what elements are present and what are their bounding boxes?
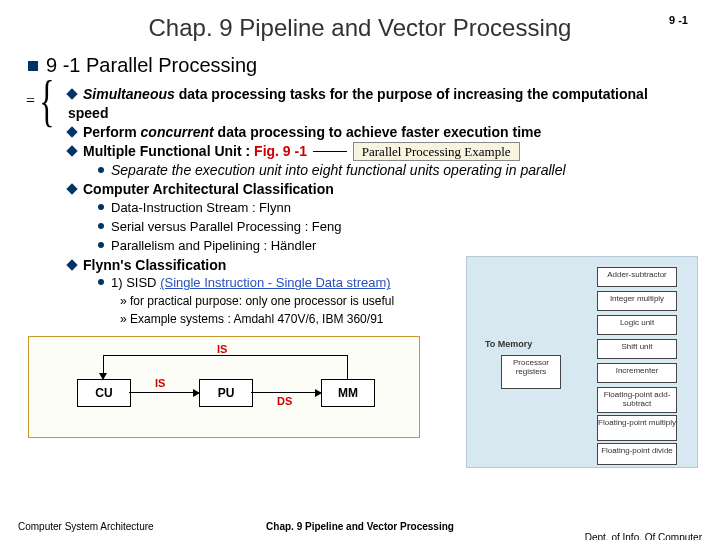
equals-brace: ={ [26, 84, 61, 119]
diamond-bullet-icon [66, 145, 77, 156]
sub-bullet-text: Parallelism and Pipelining : Händler [111, 238, 316, 253]
figure-ref: Fig. 9 -1 [254, 143, 307, 159]
em-word: concurrent [141, 124, 214, 140]
subsub-text: Example systems : Amdahl 470V/6, IBM 360… [130, 312, 383, 326]
bullet-text: Perform [83, 124, 141, 140]
bullet-text: data processing to achieve faster execut… [214, 124, 542, 140]
arrow-cu-pu [129, 392, 199, 393]
box-cu: CU [77, 379, 131, 407]
footer: Computer System Architecture Chap. 9 Pip… [0, 521, 720, 532]
arrow-pu-mm [251, 392, 321, 393]
footer-left: Computer System Architecture [18, 521, 154, 532]
diamond-bullet-icon [66, 88, 77, 99]
connector-line-icon [313, 151, 347, 152]
subsub-text: for practical purpose: only one processo… [130, 294, 394, 308]
feedback-line [103, 355, 347, 356]
sisd-expansion: (Single Instruction - Single Data stream… [160, 275, 390, 290]
footer-right: Dept. of Info. Of Computer [585, 532, 702, 540]
feedback-line-v2 [347, 355, 348, 379]
chapter-title: Chap. 9 Pipeline and Vector Processing [0, 0, 720, 42]
sub-bullet-handler: Parallelism and Pipelining : Händler [98, 237, 692, 256]
sub-bullet-text: 1) SISD [111, 275, 160, 290]
box-fpadd: Floating-point add-subtract [597, 387, 677, 413]
label-is-mid: IS [155, 377, 165, 389]
diamond-bullet-icon [66, 183, 77, 194]
bullet-text: Multiple Functional Unit : [83, 143, 254, 159]
em-word: Simultaneous [83, 86, 175, 102]
box-fpmul: Floating-point multiply [597, 415, 677, 441]
box-fpdiv: Floating-point divide [597, 443, 677, 465]
brace-icon: { [39, 84, 54, 119]
label-to-memory: To Memory [485, 339, 532, 349]
bullet-text: Flynn's Classification [83, 257, 226, 273]
sub-bullet-text: Data-Instruction Stream : Flynn [111, 200, 291, 215]
label-is-top: IS [217, 343, 227, 355]
arrowhead-down-icon [99, 373, 107, 380]
dot-bullet-icon [98, 279, 104, 285]
square-bullet-icon [28, 61, 38, 71]
dot-bullet-icon [98, 204, 104, 210]
diamond-bullet-icon [66, 259, 77, 270]
sub-bullet-text: Serial versus Parallel Processing : Feng [111, 219, 342, 234]
box-mm: MM [321, 379, 375, 407]
bullet-concurrent: Perform concurrent data processing to ac… [68, 123, 692, 142]
diamond-bullet-icon [66, 126, 77, 137]
box-intmul: Integer multiply [597, 291, 677, 311]
sub-bullet-text: Separate the execution unit into eight f… [111, 162, 566, 178]
dot-bullet-icon [98, 167, 104, 173]
dot-bullet-icon [98, 223, 104, 229]
section-heading: 9 -1 Parallel Processing [28, 54, 692, 77]
label-ds: DS [277, 395, 292, 407]
page-number: 9 -1 [669, 14, 688, 26]
box-pu: PU [199, 379, 253, 407]
sub-bullet-feng: Serial versus Parallel Processing : Feng [98, 218, 692, 237]
box-shift: Shift unit [597, 339, 677, 359]
sub-bullet-separate: Separate the execution unit into eight f… [98, 161, 692, 181]
box-logic: Logic unit [597, 315, 677, 335]
equals-sign: = [26, 92, 35, 110]
box-proc-reg: Processor registers [501, 355, 561, 389]
section-heading-text: 9 -1 Parallel Processing [46, 54, 257, 76]
sub-bullet-flynn: Data-Instruction Stream : Flynn [98, 199, 692, 218]
bullet-mfu: Multiple Functional Unit : Fig. 9 -1 Par… [68, 142, 692, 161]
sisd-diagram: IS CU PU MM IS DS [28, 336, 420, 438]
functional-units-diagram: Adder-subtractor Integer multiply Logic … [466, 256, 698, 468]
bullet-classification: Computer Architectural Classification [68, 180, 692, 199]
dot-bullet-icon [98, 242, 104, 248]
callout-box: Parallel Processing Example [353, 142, 520, 161]
box-adder: Adder-subtractor [597, 267, 677, 287]
box-inc: Incrementer [597, 363, 677, 383]
bullet-simultaneous: Simultaneous data processing tasks for t… [68, 85, 692, 123]
bullet-text: Computer Architectural Classification [83, 181, 334, 197]
